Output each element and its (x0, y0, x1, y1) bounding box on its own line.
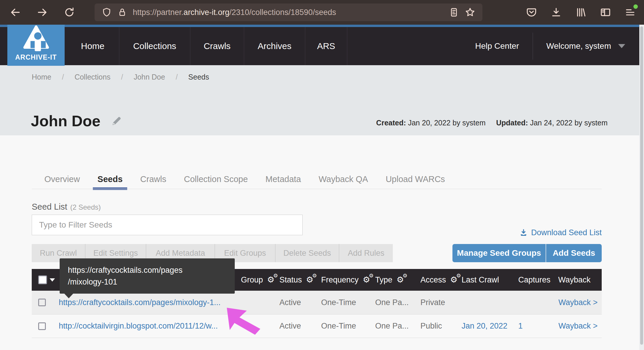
frequency-settings-icon[interactable]: ⚙⚙ (363, 275, 375, 285)
downloads-icon[interactable] (551, 7, 562, 18)
url-bar[interactable]: https://partner.archive-it.org/2310/coll… (95, 4, 482, 21)
tab-upload-warcs[interactable]: Upload WARCs (386, 174, 445, 184)
lock-icon[interactable] (118, 8, 127, 17)
type-settings-icon[interactable]: ⚙⚙ (397, 275, 408, 285)
download-icon (519, 229, 528, 237)
created-value: Jan 20, 2022 by system (408, 119, 486, 127)
frequency-value: One-Time (321, 322, 375, 331)
column-frequency: Frequency ⚙⚙ (321, 275, 375, 285)
reader-view-icon[interactable] (449, 7, 459, 17)
pocket-icon[interactable] (526, 7, 537, 18)
nav-item-crawls[interactable]: Crawls (190, 27, 244, 65)
last-crawl-link[interactable]: Jan 20, 2022 (462, 322, 518, 331)
update-available-dot (633, 4, 638, 9)
nav-item-home[interactable]: Home (66, 27, 119, 65)
seed-list-heading: Seed List(2 Seeds) (32, 202, 101, 212)
user-menu[interactable]: Welcome, system (533, 41, 625, 51)
breadcrumb-current: Seeds (188, 73, 209, 81)
sidebar-icon[interactable] (600, 7, 611, 18)
reload-icon[interactable] (63, 6, 75, 18)
nav-item-archives[interactable]: Archives (244, 27, 305, 65)
tab-wayback-qa[interactable]: Wayback QA (319, 174, 368, 184)
updated-value: Jan 24, 2022 by system (530, 119, 608, 127)
delete-seeds-button[interactable]: Delete Seeds (276, 244, 339, 262)
shield-icon[interactable] (102, 7, 112, 17)
logo-text: ARCHIVE-IT (15, 53, 57, 61)
frequency-value: One-Time (321, 298, 375, 307)
column-access: Access ⚙⚙ (420, 275, 462, 285)
add-seeds-button[interactable]: Add Seeds (546, 244, 602, 262)
site-nav: Home Collections Crawls Archives ARS Hel… (0, 27, 644, 65)
seed-url-link[interactable]: https://craftycocktails.com/pages/mixolo… (59, 298, 241, 307)
download-seed-list-link[interactable]: Download Seed List (519, 228, 602, 237)
access-value: Public (420, 322, 462, 331)
tooltip-line-2: /mixology-101 (68, 276, 227, 288)
page-title-row: John Doe (31, 112, 122, 130)
status-value: Active (279, 298, 321, 307)
nav-item-collections[interactable]: Collections (119, 27, 190, 65)
scrollbar-thumb[interactable] (640, 26, 643, 345)
seed-url-link[interactable]: http://cocktailvirgin.blogspot.com/2011/… (59, 322, 241, 331)
primary-buttons: Manage Seed Groups Add Seeds (452, 244, 602, 262)
url-tooltip: https://craftycocktails.com/pages /mixol… (60, 258, 235, 294)
breadcrumb-home[interactable]: Home (32, 73, 51, 81)
column-group: Group ⚙⚙ (241, 275, 279, 285)
back-icon[interactable] (9, 6, 21, 18)
accent-bar (0, 25, 644, 27)
tooltip-line-1: https://craftycocktails.com/pages (68, 264, 227, 276)
add-rules-button[interactable]: Add Rules (339, 244, 393, 262)
column-type: Type ⚙⚙ (375, 275, 420, 285)
created-label: Created: (376, 119, 406, 127)
library-icon[interactable] (575, 7, 586, 18)
type-value: One Pa... (375, 322, 420, 331)
page-scrollbar (639, 25, 644, 350)
archive-it-logo-mark (22, 25, 50, 53)
column-last-crawl: Last Crawl (462, 275, 518, 285)
column-captures: Captures (518, 275, 558, 285)
forward-icon[interactable] (36, 6, 48, 18)
seed-count: (2 Seeds) (70, 203, 101, 211)
help-center-link[interactable]: Help Center (475, 33, 533, 60)
select-menu-caret-icon[interactable] (50, 278, 55, 282)
edit-pencil-icon[interactable] (111, 115, 122, 127)
row-checkbox[interactable] (38, 299, 46, 306)
browser-chrome: https://partner.archive-it.org/2310/coll… (0, 0, 644, 25)
tab-metadata[interactable]: Metadata (266, 174, 301, 184)
tab-seeds[interactable]: Seeds (98, 174, 123, 184)
archive-it-logo[interactable]: ARCHIVE-IT (7, 25, 65, 66)
column-wayback: Wayback (558, 275, 602, 285)
column-status: Status ⚙⚙ (279, 275, 321, 285)
breadcrumb: Home / Collections / John Doe / Seeds (32, 73, 209, 81)
wayback-link[interactable]: Wayback > (558, 298, 602, 307)
tabs-divider (32, 189, 602, 189)
select-all-checkbox[interactable] (38, 275, 47, 284)
row-checkbox[interactable] (38, 322, 46, 330)
chevron-down-icon (618, 44, 625, 48)
status-settings-icon[interactable]: ⚙⚙ (306, 275, 318, 285)
collection-tabs: Overview Seeds Crawls Collection Scope M… (44, 174, 445, 184)
captures-link[interactable]: 1 (518, 322, 558, 331)
collection-meta: Created: Jan 20, 2022 by system Updated:… (376, 119, 608, 127)
table-row: https://craftycocktails.com/pages/mixolo… (32, 291, 602, 314)
type-value: One Pa... (375, 298, 420, 307)
group-settings-icon[interactable]: ⚙⚙ (267, 275, 279, 285)
menu-hamburger-icon[interactable] (625, 7, 636, 18)
table-row: http://cocktailvirgin.blogspot.com/2011/… (32, 314, 602, 338)
breadcrumb-collection-name[interactable]: John Doe (134, 73, 165, 81)
breadcrumb-collections[interactable]: Collections (75, 73, 110, 81)
updated-label: Updated: (496, 119, 528, 127)
manage-seed-groups-button[interactable]: Manage Seed Groups (452, 244, 546, 262)
wayback-link[interactable]: Wayback > (558, 322, 602, 331)
status-value: Active (279, 322, 321, 331)
access-value: Private (420, 298, 462, 307)
url-text: https://partner.archive-it.org/2310/coll… (133, 8, 443, 17)
access-settings-icon[interactable]: ⚙⚙ (450, 275, 462, 285)
tab-crawls[interactable]: Crawls (140, 174, 166, 184)
tab-overview[interactable]: Overview (44, 174, 80, 184)
seed-filter-input[interactable] (32, 215, 303, 235)
nav-item-ars[interactable]: ARS (305, 27, 347, 65)
page-title: John Doe (31, 112, 100, 130)
tab-collection-scope[interactable]: Collection Scope (184, 174, 248, 184)
bookmark-star-icon[interactable] (465, 7, 475, 18)
